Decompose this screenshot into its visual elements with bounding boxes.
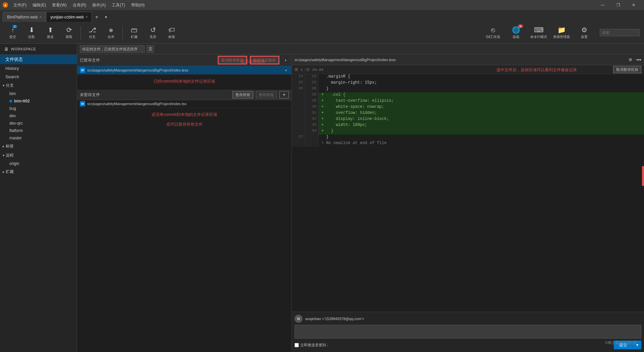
unstaged-file-status-icon: M: [80, 101, 85, 106]
staged-file-collapse[interactable]: ▾: [283, 67, 289, 73]
settings-btn[interactable]: ⚙ 设置: [574, 26, 594, 39]
workspace-label: WORKSPACE: [11, 47, 36, 51]
sidebar-item-filestatus[interactable]: 文件状态: [0, 55, 77, 64]
sidebar-item-search[interactable]: Search: [0, 73, 77, 81]
diff-line-num-new-7: 32: [305, 117, 319, 123]
menu-help[interactable]: 帮助(H): [128, 2, 148, 9]
commit-message-input[interactable]: [294, 325, 641, 339]
push-label: 推送: [47, 35, 54, 39]
tag-btn[interactable]: 🏷 标签: [163, 24, 180, 41]
command-btn[interactable]: ⌨ 命令行模式: [529, 26, 549, 39]
command-label: 命令行模式: [530, 35, 547, 39]
diff-line-4: 29 + text-overflow: ellipsis;: [292, 98, 644, 104]
maximize-button[interactable]: ❐: [610, 0, 626, 10]
tag-icon: 🏷: [168, 26, 175, 34]
sidebar: 🖥 WORKSPACE 文件状态 History Search ▾ 分支 bim…: [0, 44, 77, 352]
staged-header: 已暂存文件 取消所有暂存 取消选定暂存 ▾: [77, 54, 291, 66]
push-icon: ⬆: [48, 26, 53, 34]
branch-item-bim-tt02[interactable]: bim-tt02: [0, 97, 77, 105]
merge-btn[interactable]: ⎈ 合并: [102, 24, 120, 41]
unstaged-annotation-area: 还没有commit到本地的文件记录区域: [77, 108, 291, 120]
staged-collapse-btn[interactable]: ▾: [282, 57, 289, 63]
tab-bimplatform-close[interactable]: ×: [40, 15, 42, 19]
menu-tools[interactable]: 工具(T): [109, 2, 127, 9]
toolbar-search-input[interactable]: [600, 29, 640, 36]
push-btn[interactable]: ⬆ 推送: [42, 24, 59, 41]
section-tags[interactable]: ▸ 标签: [0, 142, 77, 151]
branch-dev-label: dev: [9, 114, 16, 118]
pull-label: 拉取: [28, 35, 35, 39]
diff-more-btn[interactable]: •••: [636, 57, 641, 62]
remote-btn[interactable]: 🌐 1 远端: [506, 26, 526, 39]
merge-icon: ⎈: [109, 26, 113, 34]
diff-line-num-old-2: 26: [292, 86, 305, 92]
toolbar: ↑ 2 提交 ⬇ 拉取 ⬆ 推送 ⟳ 获取 ⎇ 分支 ⎈ 合并 🗃 贮藏 ↺ 丢…: [0, 22, 644, 44]
menu-action[interactable]: 操作(A): [90, 2, 108, 9]
close-button[interactable]: ✕: [626, 0, 641, 10]
section-stash[interactable]: ▸ 贮藏: [0, 167, 77, 176]
menu-file[interactable]: 文件(F): [11, 2, 29, 9]
diff-content[interactable]: 块 1：行 24-34 取消暂存区块 24 24 .marginR { 25 2…: [292, 65, 644, 312]
diff-settings-btn[interactable]: ⚙: [626, 56, 634, 64]
fetch-icon: ⟳: [66, 26, 72, 34]
menu-repo[interactable]: 合库(R): [70, 2, 89, 9]
unstaged-title: 未暂存文件: [80, 92, 230, 98]
tags-label: 标签: [6, 143, 14, 149]
resource-btn[interactable]: 📁 资源管理器: [551, 26, 572, 39]
toolbar-search: [600, 29, 640, 36]
menu-view[interactable]: 查看(W): [49, 2, 69, 9]
branch-origin-label: origin: [9, 161, 19, 166]
minimize-button[interactable]: —: [595, 0, 610, 10]
file-view-btn[interactable]: ☰: [147, 45, 154, 53]
git-flow-btn[interactable]: ⎋ Git工作流: [483, 26, 503, 39]
stash-selected-btn[interactable]: 暂存所选: [256, 91, 277, 98]
staged-file-item-0[interactable]: M src/pages/safetyManagement/dangerousBi…: [77, 66, 291, 75]
unstash-all-btn[interactable]: 取消所有暂存: [218, 56, 247, 64]
commit-push-checkbox[interactable]: 立即推送变更到 -: [294, 343, 328, 348]
tab-more-button[interactable]: ▾: [101, 12, 111, 22]
section-branches[interactable]: ▾ 分支: [0, 81, 77, 90]
title-bar-left: ● 文件(F) 编辑(E) 查看(W) 合库(R) 操作(A) 工具(T) 帮助…: [3, 2, 147, 9]
unstaged-file-item-0[interactable]: M src/pages/safetyManagement/dangerousBi…: [77, 100, 291, 108]
branch-item-bug[interactable]: bug: [0, 105, 77, 112]
add-file-btn[interactable]: +: [279, 91, 289, 98]
commit-btn[interactable]: ↑ 2 提交: [4, 24, 21, 41]
unstash-selected-btn[interactable]: 取消选定暂存: [251, 56, 279, 64]
window-controls: — ❐ ✕: [595, 0, 641, 10]
diff-line-10: 27 }: [292, 135, 644, 141]
branch-item-bim[interactable]: bim: [0, 90, 77, 97]
toolbar-sep-1: [80, 26, 81, 39]
branch-item-dev-qrc[interactable]: dev-qrc: [0, 120, 77, 127]
fetch-btn[interactable]: ⟳ 获取: [60, 24, 78, 41]
tab-yunjian[interactable]: yunjian-ccbim-web ×: [46, 12, 92, 22]
diff-line-num-old-3: [292, 92, 305, 98]
section-remote[interactable]: ▾ 远程: [0, 151, 77, 160]
sidebar-nav: 文件状态 History Search: [0, 55, 77, 81]
commit-area: W wuqinhao <'1539849378@qq.com'> 立即推送变更到…: [292, 312, 644, 352]
stash-btn[interactable]: 🗃 贮藏: [125, 24, 143, 41]
pull-btn[interactable]: ⬇ 拉取: [23, 24, 40, 41]
branch-btn[interactable]: ⎇ 分支: [84, 24, 101, 41]
branch-master-label: master: [9, 136, 22, 140]
diff-line-num-new-8: 33: [305, 123, 319, 129]
branch-item-flatform[interactable]: flatform: [0, 127, 77, 134]
new-tab-button[interactable]: +: [92, 12, 101, 22]
diff-line-9: 34 + }: [292, 129, 644, 135]
revert-btn[interactable]: ↺ 丢弃: [144, 24, 162, 41]
file-sort-select[interactable]: 待定的文件，已依照文件状态排序: [80, 45, 145, 53]
unstaged-uncommitted-hint: 还没有commit到本地的文件记录区域: [152, 112, 217, 117]
tab-bimplatform[interactable]: BimPlatform-web ×: [3, 12, 46, 22]
menu-edit[interactable]: 编辑(E): [30, 2, 49, 9]
sidebar-item-history[interactable]: History: [0, 64, 77, 73]
stash-all-btn[interactable]: 暂存所有: [232, 91, 253, 98]
scrollbar-indicator[interactable]: [642, 166, 644, 186]
tab-yunjian-close[interactable]: ×: [86, 15, 88, 19]
diff-stash-btn[interactable]: 取消暂存区块: [613, 66, 641, 73]
branch-item-origin[interactable]: origin: [0, 160, 77, 167]
diff-line-num-old-9: [292, 129, 305, 135]
commit-push-checkbox-input[interactable]: [294, 343, 299, 347]
workspace-header: 🖥 WORKSPACE: [0, 44, 77, 55]
branch-item-master[interactable]: master: [0, 134, 77, 142]
branch-item-dev[interactable]: dev: [0, 112, 77, 120]
diff-line-num-old-0: 24: [292, 74, 305, 80]
